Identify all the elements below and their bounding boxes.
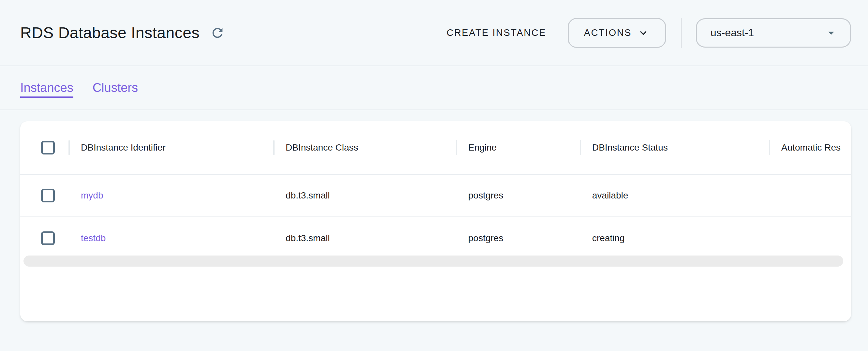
arrow-drop-down-icon <box>824 26 838 40</box>
horizontal-scrollbar[interactable] <box>24 256 843 266</box>
chevron-down-icon <box>637 26 650 39</box>
region-selector[interactable]: us-east-1 <box>696 18 851 47</box>
tab-instances[interactable]: Instances <box>20 81 73 95</box>
column-header-status: DBInstance Status <box>580 140 769 155</box>
row-checkbox-cell <box>20 189 68 202</box>
cell-class: db.t3.small <box>273 190 456 201</box>
rds-instances-page: RDS Database Instances CREATE INSTANCE A… <box>0 0 868 351</box>
actions-button-label: ACTIONS <box>584 27 631 38</box>
table-header-row: DBInstance Identifier DBInstance Class E… <box>20 121 851 175</box>
instance-link[interactable]: mydb <box>68 190 103 201</box>
cell-status: creating <box>580 233 769 244</box>
table-row: mydb db.t3.small postgres available <box>20 175 851 217</box>
column-header-engine: Engine <box>456 140 580 155</box>
column-header-automatic: Automatic Res <box>769 140 851 155</box>
cell-identifier: mydb <box>68 190 273 201</box>
region-selector-value: us-east-1 <box>711 27 824 39</box>
instance-link[interactable]: testdb <box>68 233 106 244</box>
row-checkbox-cell <box>20 231 68 245</box>
cell-class: db.t3.small <box>273 233 456 244</box>
cell-engine: postgres <box>456 190 580 201</box>
cell-identifier: testdb <box>68 233 273 244</box>
page-title: RDS Database Instances <box>20 24 199 42</box>
refresh-button[interactable] <box>209 25 226 41</box>
table-row: testdb db.t3.small postgres creating <box>20 217 851 259</box>
header-checkbox-cell <box>20 141 68 155</box>
column-header-identifier: DBInstance Identifier <box>68 140 273 155</box>
refresh-icon <box>210 25 225 40</box>
instances-table-card: DBInstance Identifier DBInstance Class E… <box>20 121 851 321</box>
tab-clusters[interactable]: Clusters <box>93 81 138 95</box>
column-header-class: DBInstance Class <box>273 140 456 155</box>
row-checkbox[interactable] <box>41 189 55 202</box>
select-all-checkbox[interactable] <box>41 141 55 155</box>
actions-button[interactable]: ACTIONS <box>568 18 666 48</box>
page-header: RDS Database Instances CREATE INSTANCE A… <box>0 0 868 66</box>
cell-status: available <box>580 190 769 201</box>
tab-bar: Instances Clusters <box>0 66 868 110</box>
create-instance-button[interactable]: CREATE INSTANCE <box>443 21 550 45</box>
header-divider <box>681 18 682 48</box>
cell-engine: postgres <box>456 233 580 244</box>
row-checkbox[interactable] <box>41 231 55 245</box>
